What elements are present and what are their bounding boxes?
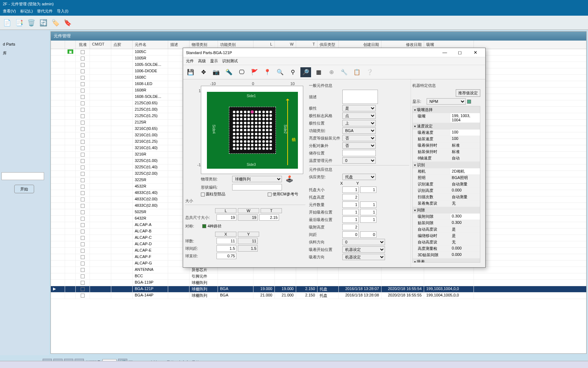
property-group[interactable]: 速度设定	[413, 123, 480, 130]
property-row[interactable]: 装着角度设无	[413, 200, 480, 207]
col-status[interactable]	[65, 41, 76, 49]
copy-doc-icon[interactable]: 📑	[15, 19, 23, 27]
tree-lib[interactable]: 库	[1, 50, 48, 57]
shape-code-input[interactable]	[232, 184, 282, 190]
col-approve[interactable]: 批准	[76, 41, 90, 49]
property-row[interactable]: 相机2D相机	[413, 168, 480, 175]
traysize-x[interactable]	[342, 186, 359, 193]
close-icon[interactable]: ✕	[468, 50, 482, 55]
minimize-icon[interactable]: —	[438, 50, 452, 55]
move-icon[interactable]: ✥	[198, 67, 209, 77]
dmenu-advanced[interactable]: 高级	[198, 58, 206, 64]
save-icon[interactable]: 💾	[185, 67, 196, 77]
search2-icon[interactable]: ⚲	[288, 67, 298, 77]
table-row[interactable]: ▶BGA-121P球栅阵列BGA19.00019.0002.150托盘2016/…	[51, 286, 586, 293]
component-preview[interactable]: Side1 Side2 Side3 Side4 供给	[201, 86, 303, 174]
polar-select[interactable]: 是	[342, 105, 376, 111]
property-row[interactable]: 高度测量检0.000	[413, 246, 480, 252]
endpick-y[interactable]	[360, 216, 376, 223]
property-row[interactable]: 照明BGA照明	[413, 175, 480, 181]
tree-all[interactable]	[1, 33, 48, 38]
property-row[interactable]: 贴装保持时标准	[413, 149, 480, 155]
dmenu-component[interactable]: 元件	[186, 58, 194, 64]
ppos-select[interactable]: 上	[342, 120, 376, 126]
table-row[interactable]: BGA-144P球栅阵列BGA21.00021.0002.150托盘2016/1…	[51, 293, 586, 299]
help-icon[interactable]: ❔	[364, 67, 375, 77]
col-glue[interactable]: 点胶	[111, 41, 133, 49]
feeddir-select[interactable]: 0	[342, 239, 385, 245]
ballgap-y-input[interactable]	[238, 245, 258, 252]
maximize-icon[interactable]: ◻	[453, 50, 467, 55]
physical-type-select[interactable]: 球栅阵列	[232, 176, 282, 182]
show-checkbox[interactable]	[467, 100, 471, 104]
pickdir-select[interactable]: 机器设定	[342, 254, 385, 260]
ftype-select[interactable]: BGA	[342, 127, 376, 134]
property-row[interactable]: 吸附间隙0.300	[413, 214, 480, 220]
count-x[interactable]	[342, 201, 359, 208]
desc-input[interactable]	[342, 90, 378, 104]
tree-dparts[interactable]: d Parts	[1, 41, 48, 47]
size-w-input[interactable]	[238, 214, 258, 221]
property-row[interactable]: 扫描次数自动测量	[413, 194, 480, 200]
endpick-x[interactable]	[342, 216, 359, 223]
menu-import[interactable]: 导入(I)	[57, 9, 68, 15]
table-row[interactable]: BCC引脚元件	[51, 273, 586, 280]
property-row[interactable]: 吸着速度100	[413, 130, 480, 136]
tags-icon[interactable]: 🔖	[63, 19, 72, 27]
bright-select[interactable]: 否	[342, 135, 376, 141]
property-row[interactable]: 吸着保持时标准	[413, 142, 480, 149]
pstyle-select[interactable]: 点	[342, 112, 376, 119]
pickh-input[interactable]	[342, 224, 359, 230]
ball-y-input[interactable]	[238, 238, 258, 244]
ball-dia-input[interactable]	[217, 253, 236, 259]
joystick-icon[interactable]: 🕹️	[285, 175, 293, 183]
camera-icon[interactable]: 📷	[211, 67, 221, 77]
ball-x-input[interactable]	[217, 238, 236, 244]
search1-icon[interactable]: 🔍	[275, 67, 285, 77]
cmref-checkbox[interactable]	[268, 193, 272, 196]
start-button[interactable]: 开始	[14, 185, 34, 193]
tool-icon[interactable]: 🔧	[339, 67, 349, 77]
startpick-x[interactable]	[342, 209, 359, 215]
count-y[interactable]	[360, 201, 376, 208]
property-row[interactable]: 3D贴装间隙0.000	[413, 252, 480, 258]
property-grid[interactable]: 吸嘴选择吸嘴199, 1003, 1004速度设定吸着速度100贴装速度100吸…	[412, 106, 480, 263]
screen-icon[interactable]: 🖵	[236, 67, 247, 77]
zoom-icon[interactable]: 🔎	[300, 67, 311, 77]
dmenu-test[interactable]: 识别测试	[222, 58, 238, 64]
special-checkbox[interactable]	[201, 193, 205, 196]
gap-x[interactable]	[342, 231, 359, 238]
pin-icon[interactable]: 📍	[262, 67, 273, 77]
alloc-select[interactable]: 否	[342, 142, 376, 149]
property-row[interactable]: 自动高度设无	[413, 239, 480, 246]
trayh-input[interactable]	[342, 194, 359, 200]
menu-mark[interactable]: 标记(L)	[20, 9, 33, 15]
flag-icon[interactable]: 🚩	[249, 67, 260, 77]
menu-view[interactable]: 查看(V)	[3, 9, 16, 15]
size-t-input[interactable]	[259, 214, 279, 221]
savepos-input[interactable]	[342, 150, 376, 156]
list-icon[interactable]: 📋	[352, 67, 362, 77]
property-row[interactable]: 编绕移动时是	[413, 233, 480, 239]
gap-y[interactable]	[360, 231, 376, 238]
tempmng-select[interactable]: 0	[342, 157, 376, 164]
table-row[interactable]: BGA-119P球栅阵列	[51, 280, 586, 286]
property-row[interactable]: 贴装间隙0.300	[413, 220, 480, 226]
property-row[interactable]: 吸嘴199, 1003, 1004	[413, 113, 480, 123]
traysize-y[interactable]	[360, 186, 376, 193]
dmenu-display[interactable]: 显示	[210, 58, 218, 64]
property-row[interactable]: 识别速度自动测量	[413, 181, 480, 188]
delete-icon[interactable]: 🗑️	[27, 19, 36, 27]
property-group[interactable]: 间隙	[413, 207, 480, 214]
target-icon[interactable]: ⊕	[326, 67, 337, 77]
tag-icon[interactable]: 🏷️	[51, 19, 60, 27]
property-row[interactable]: θ轴速度自动	[413, 155, 480, 162]
ballgap-x-input[interactable]	[217, 245, 236, 252]
filter-combo[interactable]	[1, 172, 44, 180]
grid-icon[interactable]: ▦	[313, 67, 324, 77]
property-row[interactable]: 识别高度0.000	[413, 188, 480, 194]
refresh-icon[interactable]: 🔄	[39, 19, 48, 27]
property-row[interactable]: 贴装速度100	[413, 136, 480, 142]
pickstart-select[interactable]: 机器设定	[342, 246, 385, 253]
recommend-button[interactable]: 推荐值设定	[456, 89, 480, 97]
